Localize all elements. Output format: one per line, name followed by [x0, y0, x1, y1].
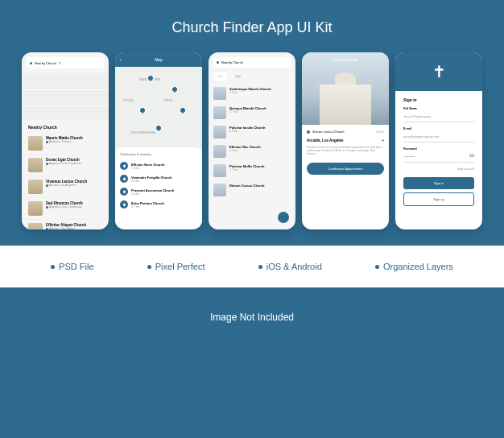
features-bar: PSD FilePixel PerfectiOS & AndroidOrgani…	[0, 246, 504, 287]
bottom-sheet[interactable]: Confession & worship Efficitur Nunc Chur…	[115, 147, 202, 228]
pin-icon	[46, 163, 48, 165]
church-name: Dictum Cursus Church	[229, 184, 265, 188]
distance: 9.7 km	[131, 205, 164, 209]
church-list: Mauris Mattis ChurchAnaheim, CoronaDonec…	[22, 133, 109, 229]
filter-list[interactable]: List	[213, 72, 227, 81]
map-preview[interactable]	[22, 73, 109, 120]
list-item[interactable]: Mauris Mattis ChurchAnaheim, Corona	[22, 133, 109, 155]
church-thumb	[213, 164, 226, 177]
password-input[interactable]: ••••••••••	[403, 152, 474, 163]
hero-image: ‹ Church Detail	[302, 52, 389, 125]
church-thumb	[28, 201, 43, 216]
sheet-item[interactable]: Efficitur Nunc Church2.8 km	[120, 159, 197, 172]
map-label: LOMITA	[163, 99, 172, 102]
description: Phasellus auctor nisi in mi porta eleife…	[302, 146, 389, 156]
church-thumb	[213, 87, 226, 100]
forgot-password-link[interactable]: forgot password	[403, 167, 474, 171]
pin-icon	[46, 206, 48, 209]
list-item[interactable]: Quisque Blandit Church1.7 km	[209, 103, 295, 122]
list-item[interactable]: Vivamus Lectus ChurchArcadia, Los Angele…	[22, 176, 109, 198]
map-label: NORTH BAY RIVIERA	[131, 131, 155, 134]
pin-icon	[120, 175, 128, 183]
email-label: E-mail	[403, 127, 474, 130]
favorite-icon[interactable]: ♥	[382, 138, 384, 143]
screen-nearby: Nearby Church × Nearby Church Mauris Mat…	[22, 52, 109, 229]
map-pin-icon[interactable]	[178, 105, 187, 114]
detail-title: Church Detail	[302, 57, 389, 62]
name-label: Full Name	[403, 107, 474, 110]
pin-icon	[46, 228, 48, 230]
church-thumb	[213, 126, 226, 138]
search-placeholder: Nearby Church	[221, 60, 243, 64]
search-icon	[30, 62, 32, 64]
map-pin-icon[interactable]	[154, 123, 163, 132]
locate-fab[interactable]	[278, 212, 289, 223]
name-input[interactable]: Jarvis Pepperspray	[403, 112, 474, 122]
eye-icon[interactable]	[469, 154, 474, 157]
list-item[interactable]: Efficitur Nec Church7.5 km	[209, 142, 295, 161]
distance: 1.7 km	[229, 110, 266, 114]
feature-item: Pixel Perfect	[147, 262, 205, 271]
screen-detail: ‹ Church Detail Viverra Lectus Church 1.…	[302, 52, 389, 229]
map-label: SKYLINE	[123, 99, 134, 102]
church-name: Praesent Accumsan Church	[131, 188, 174, 192]
distance: 5.9 km	[131, 180, 171, 183]
list-item[interactable]: Pulvinar Iaculis Church1.9 km	[209, 122, 295, 142]
signin-button[interactable]: Sign in	[403, 177, 474, 189]
signin-form: Sign in Full Name Jarvis Pepperspray E-m…	[395, 91, 482, 213]
church-thumb	[213, 106, 226, 119]
back-icon[interactable]: ‹	[120, 57, 122, 62]
list-item[interactable]: Efficitur Aliquet ChurchAtherton, San Ma…	[22, 220, 109, 229]
filter-row: List Map	[209, 72, 295, 84]
sheet-item[interactable]: Venenatis Fringilla Church5.9 km	[120, 172, 197, 185]
map-pin-icon[interactable]	[138, 105, 147, 114]
church-thumb	[213, 184, 226, 196]
church-thumb	[28, 223, 43, 229]
list-item[interactable]: Sed Rhoncus ChurchAngeles Crest, Calabas…	[22, 198, 109, 220]
church-image	[320, 85, 372, 125]
pin-icon	[46, 141, 48, 143]
list-item[interactable]: Donec Eget ChurchAngeles Crest, Calabasa…	[22, 155, 109, 176]
distance: 5.2 km	[229, 168, 264, 171]
church-name: Viverra Lectus Church	[312, 130, 345, 134]
feature-item: Organized Layers	[375, 262, 453, 271]
city-name: Arcadia, Los Angeles	[307, 138, 344, 143]
sheet-item[interactable]: Enim Pretium Church9.7 km	[120, 198, 197, 211]
pin-icon	[120, 188, 128, 196]
appointment-button[interactable]: Confession Appointment	[307, 163, 384, 175]
search-bar[interactable]: Nearby Church	[213, 57, 291, 68]
screen-signin: ✝ Sign in Full Name Jarvis Pepperspray E…	[395, 52, 482, 229]
search-placeholder: Nearby Church	[35, 61, 56, 65]
feature-item: iOS & Android	[258, 262, 322, 271]
close-icon[interactable]: ×	[59, 60, 61, 65]
list-item[interactable]: Scelerisque Mauris Church2.2 km	[209, 84, 295, 103]
church-thumb	[213, 145, 226, 158]
church-thumb	[28, 180, 43, 194]
distance: 1.9 km	[229, 130, 265, 133]
page-title: Church Finder App UI Kit	[0, 0, 504, 52]
church-thumb	[28, 136, 43, 151]
distance: 1.3 km	[375, 130, 384, 134]
search-bar[interactable]: Nearby Church ×	[27, 57, 104, 68]
filter-map[interactable]: Map	[230, 72, 246, 81]
sheet-subtitle: Confession & worship	[120, 152, 197, 156]
location-row: Viverra Lectus Church 1.3 km	[302, 125, 389, 138]
list-item[interactable]: Dictum Cursus Church	[209, 180, 295, 200]
list-item[interactable]: Pulvinar Mollis Church5.2 km	[209, 161, 295, 180]
church-list: Scelerisque Mauris Church2.2 kmQuisque B…	[209, 84, 295, 200]
church-name: Efficitur Nunc Church	[131, 163, 164, 167]
form-title: Sign in	[403, 97, 474, 102]
signup-button[interactable]: Sign up	[403, 192, 474, 206]
cross-icon: ✝	[432, 62, 446, 81]
feature-item: PSD File	[51, 262, 93, 271]
section-title: Nearby Church	[22, 120, 109, 133]
header-title: Map	[155, 57, 163, 62]
password-label: Password	[403, 147, 474, 151]
pin-icon	[120, 162, 128, 170]
map-canvas[interactable]: RAMACHA LOMITA SKYLINE LOMITA NORTH BAY …	[115, 67, 202, 228]
email-input[interactable]: jarvis@pepperspray.com	[403, 132, 474, 143]
map-pin-icon[interactable]	[170, 85, 179, 93]
pin-icon	[307, 130, 310, 134]
church-name: Venenatis Fringilla Church	[131, 176, 171, 180]
sheet-item[interactable]: Praesent Accumsan Church1.3 km	[120, 185, 197, 198]
